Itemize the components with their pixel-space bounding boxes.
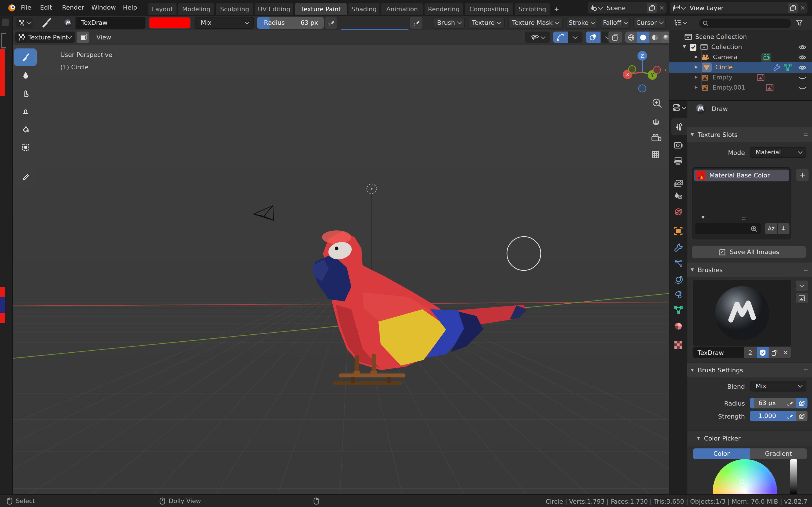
- workspace-tab-compositing[interactable]: Compositing: [465, 3, 513, 15]
- outliner-editor-button[interactable]: [674, 18, 687, 26]
- strength-pressure-button[interactable]: [784, 411, 796, 421]
- menu-help[interactable]: Help: [119, 2, 140, 13]
- workspace-tab-layout[interactable]: Layout: [148, 3, 176, 15]
- color-tab[interactable]: Color: [693, 448, 750, 459]
- tab-object-data[interactable]: [674, 306, 683, 314]
- tab-active-tool[interactable]: [671, 118, 687, 135]
- camera-data-badge[interactable]: [761, 53, 771, 62]
- remove-view-layer-button[interactable]: ✕: [798, 3, 808, 13]
- blend-dropdown[interactable]: Mix: [750, 381, 806, 392]
- color-wheel[interactable]: [713, 459, 777, 494]
- hide-toggle-eye-icon[interactable]: [799, 64, 806, 70]
- radius-pressure-button[interactable]: [325, 17, 337, 29]
- list-search-input[interactable]: [695, 223, 761, 234]
- outliner-filter-button[interactable]: [796, 19, 803, 26]
- tool-annotate[interactable]: [14, 168, 37, 186]
- collapsed-editor-icon[interactable]: [2, 18, 9, 26]
- falloff-popover[interactable]: Falloff: [601, 17, 630, 29]
- empty-image-wireframe[interactable]: [254, 206, 273, 220]
- brush-users-count-button[interactable]: 2: [744, 347, 757, 358]
- color-wheel-cursor[interactable]: [740, 480, 744, 484]
- hide-toggle-eye-icon[interactable]: [799, 44, 806, 50]
- tree-row-empty[interactable]: ▶ Empty: [669, 72, 812, 83]
- tab-material[interactable]: [674, 322, 683, 331]
- viewport[interactable]: Texture Paint View: [13, 30, 669, 494]
- workspace-filter-button[interactable]: [77, 32, 89, 43]
- menu-file[interactable]: File: [17, 2, 35, 13]
- panel-grip[interactable]: ::::: [804, 368, 808, 372]
- color-picker-subpanel-header[interactable]: ▼ Color Picker: [687, 431, 812, 446]
- strength-slider[interactable]: 1.000: [750, 411, 784, 421]
- gizmo-axis-z-neg[interactable]: [639, 85, 646, 92]
- tool-popover-button[interactable]: [16, 17, 33, 28]
- tool-fill[interactable]: [14, 121, 37, 138]
- tool-mask[interactable]: [14, 138, 37, 156]
- region-collapse-chevron[interactable]: ‹: [664, 66, 666, 73]
- brush-name[interactable]: TexDraw: [81, 20, 107, 26]
- gizmos-dropdown[interactable]: [568, 32, 582, 43]
- expand-arrow[interactable]: ▶: [695, 65, 698, 69]
- panel-grip[interactable]: ::::: [804, 132, 808, 137]
- list-sort-button[interactable]: Az: [765, 223, 777, 234]
- view-layer-name[interactable]: View Layer: [690, 5, 788, 11]
- unlink-scene-button[interactable]: ✕: [657, 3, 666, 13]
- tab-modifiers[interactable]: [674, 243, 683, 252]
- add-workspace-button[interactable]: +: [552, 3, 562, 15]
- color-value-slider[interactable]: [790, 459, 797, 494]
- workspace-tab-modeling[interactable]: Modeling: [178, 3, 214, 15]
- strength-pressure-button[interactable]: [410, 17, 422, 29]
- tab-texture[interactable]: [674, 340, 683, 349]
- tab-particles[interactable]: [674, 259, 683, 268]
- fake-user-shield-button[interactable]: [757, 347, 769, 358]
- object-visibility-popover[interactable]: [525, 32, 550, 43]
- expand-arrow[interactable]: ▶: [695, 55, 698, 59]
- tab-constraints[interactable]: [674, 291, 683, 300]
- tab-view-layer[interactable]: [674, 180, 683, 187]
- workspace-tab-shading[interactable]: Shading: [349, 3, 379, 15]
- radius-unified-button[interactable]: [796, 398, 808, 408]
- workspace-tab-sculpting[interactable]: Sculpting: [216, 3, 253, 15]
- xray-toggle[interactable]: [608, 32, 622, 43]
- modifier-wrench-icon[interactable]: [773, 64, 780, 71]
- tab-object[interactable]: [674, 226, 683, 235]
- tool-clone[interactable]: [14, 103, 37, 120]
- closed-eye-icon[interactable]: [799, 85, 806, 91]
- camera-view-icon[interactable]: [652, 134, 661, 141]
- shading-material-button[interactable]: [649, 32, 661, 43]
- workspace-tab-rendering[interactable]: Rendering: [424, 3, 463, 15]
- tree-row-scene-collection[interactable]: Scene Collection: [669, 32, 812, 42]
- brush-select-dropdown[interactable]: [796, 281, 808, 291]
- menu-render[interactable]: Render: [59, 2, 87, 13]
- brush-settings-panel-header[interactable]: ▼ Brush Settings ::::: [687, 362, 812, 378]
- tab-world[interactable]: [674, 207, 683, 216]
- tab-physics[interactable]: [674, 275, 683, 284]
- expand-arrow[interactable]: ▶: [695, 86, 698, 90]
- view-menu[interactable]: View: [93, 32, 114, 43]
- radius-slider[interactable]: Radius 63 px: [257, 17, 324, 29]
- workspace-tab-texture-paint[interactable]: Texture Paint: [295, 3, 347, 15]
- unlink-brush-button[interactable]: ✕: [780, 347, 791, 358]
- brush-preview-box[interactable]: [693, 280, 791, 346]
- gizmo-axis-y-neg[interactable]: [628, 66, 636, 73]
- image-data-badge[interactable]: [766, 84, 774, 91]
- view-layer-selector[interactable]: View Layer ✕: [670, 2, 808, 13]
- texture-slots-panel-header[interactable]: ▼ Texture Slots ::::: [687, 127, 812, 142]
- scene-selector[interactable]: Scene ✕: [588, 2, 666, 13]
- scene-name[interactable]: Scene: [607, 5, 647, 11]
- new-scene-button[interactable]: [647, 3, 657, 13]
- panel-grip[interactable]: ::::: [804, 268, 808, 272]
- tree-row-empty-001[interactable]: ▶ Empty.001: [669, 82, 812, 93]
- workspace-tab-uv-editing[interactable]: UV Editing: [255, 3, 293, 15]
- parrot-model[interactable]: [312, 230, 527, 385]
- stroke-popover[interactable]: Stroke: [566, 17, 597, 29]
- viewport-canvas[interactable]: Z X Y ‹: [13, 45, 669, 494]
- show-gizmos-toggle[interactable]: [553, 32, 568, 43]
- brushes-panel-header[interactable]: ▼ Brushes ::::: [687, 262, 812, 277]
- tree-row-circle[interactable]: ▶ Circle: [669, 62, 812, 73]
- shading-wireframe-button[interactable]: [625, 32, 637, 43]
- mesh-data-icon[interactable]: [784, 64, 792, 71]
- brush-cursor[interactable]: [507, 237, 541, 270]
- gizmo-axis-x-neg[interactable]: [653, 66, 661, 73]
- collection-checkbox[interactable]: [690, 44, 697, 50]
- menu-window[interactable]: Window: [88, 2, 119, 13]
